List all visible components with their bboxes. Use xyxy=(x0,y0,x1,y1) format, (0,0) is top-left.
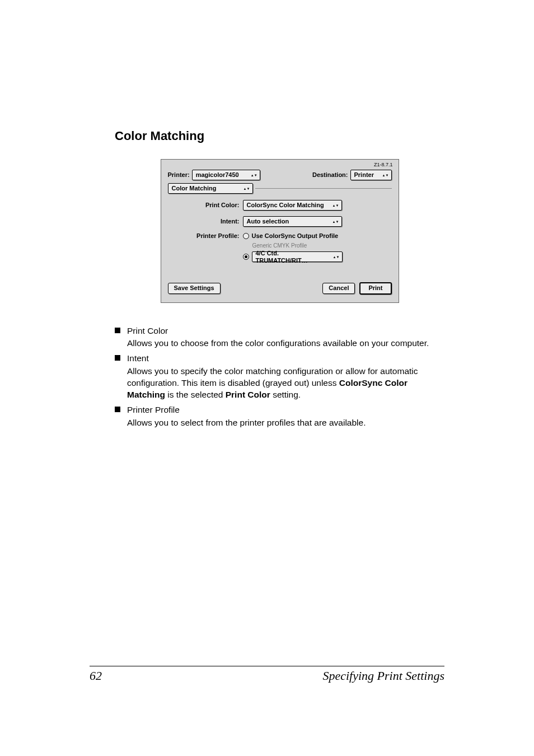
destination-select[interactable]: Printer ▲▼ xyxy=(350,170,392,180)
item-body: Allows you to select from the printer pr… xyxy=(127,417,366,429)
item-body-segment: is the selected xyxy=(165,390,226,399)
select-arrows-icon: ▲▼ xyxy=(382,174,389,176)
page-footer: 62 Specifying Print Settings xyxy=(90,666,444,683)
item-body: Allows you to choose from the color conf… xyxy=(127,338,429,349)
select-arrows-icon: ▲▼ xyxy=(332,221,339,223)
printer-label: Printer: xyxy=(168,171,190,179)
item-body-bold: Print Color xyxy=(226,390,270,399)
destination-label: Destination: xyxy=(312,171,348,179)
printer-profile-radio-colorsync[interactable] xyxy=(243,233,249,239)
intent-label: Intent: xyxy=(174,218,243,225)
item-body-segment: setting. xyxy=(270,390,301,399)
printer-profile-select[interactable]: 4/C Ctd. TRUMATCH/RIT… ▲▼ xyxy=(252,251,343,262)
print-color-value: ColorSync Color Matching xyxy=(247,202,324,209)
footer-divider xyxy=(90,666,444,666)
select-arrows-icon: ▲▼ xyxy=(243,188,250,190)
printer-profile-option1-subtext: Generic CMYK Profile xyxy=(252,242,307,249)
footer-title: Specifying Print Settings xyxy=(322,669,444,683)
item-title: Printer Profile xyxy=(127,404,366,416)
printer-profile-radio-custom[interactable] xyxy=(243,254,249,260)
list-item: Print Color Allows you to choose from th… xyxy=(115,325,444,350)
print-color-select[interactable]: ColorSync Color Matching ▲▼ xyxy=(243,200,342,211)
panel-select-value: Color Matching xyxy=(172,185,217,192)
select-arrows-icon: ▲▼ xyxy=(332,204,339,207)
item-title: Intent xyxy=(127,353,444,365)
description-list: Print Color Allows you to choose from th… xyxy=(115,325,444,429)
square-bullet-icon xyxy=(115,328,120,333)
section-title: Color Matching xyxy=(115,129,444,143)
print-button[interactable]: Print xyxy=(359,282,391,294)
printer-select[interactable]: magicolor7450 ▲▼ xyxy=(192,170,260,180)
select-arrows-icon: ▲▼ xyxy=(251,174,257,176)
intent-select[interactable]: Auto selection ▲▼ xyxy=(243,216,342,227)
destination-select-value: Printer xyxy=(354,171,374,179)
page-number: 62 xyxy=(90,669,102,683)
printer-profile-label: Printer Profile: xyxy=(174,232,243,240)
square-bullet-icon xyxy=(115,407,120,412)
printer-select-value: magicolor7450 xyxy=(196,171,239,179)
select-arrows-icon: ▲▼ xyxy=(333,256,340,258)
item-body: Allows you to specify the color matching… xyxy=(127,366,444,401)
list-item: Printer Profile Allows you to select fro… xyxy=(115,404,444,429)
print-color-label: Print Color: xyxy=(174,202,243,209)
panel-select[interactable]: Color Matching ▲▼ xyxy=(168,183,253,194)
list-item: Intent Allows you to specify the color m… xyxy=(115,353,444,401)
printer-profile-select-value: 4/C Ctd. TRUMATCH/RIT… xyxy=(256,250,330,264)
printer-profile-option1-label: Use ColorSync Output Profile xyxy=(252,232,339,240)
print-dialog: Z1-8.7.1 Printer: magicolor7450 ▲▼ Desti… xyxy=(161,159,399,303)
square-bullet-icon xyxy=(115,355,120,361)
intent-value: Auto selection xyxy=(247,218,289,225)
save-settings-button[interactable]: Save Settings xyxy=(168,283,221,293)
item-title: Print Color xyxy=(127,325,429,337)
dialog-version: Z1-8.7.1 xyxy=(374,162,393,168)
cancel-button[interactable]: Cancel xyxy=(322,283,355,293)
